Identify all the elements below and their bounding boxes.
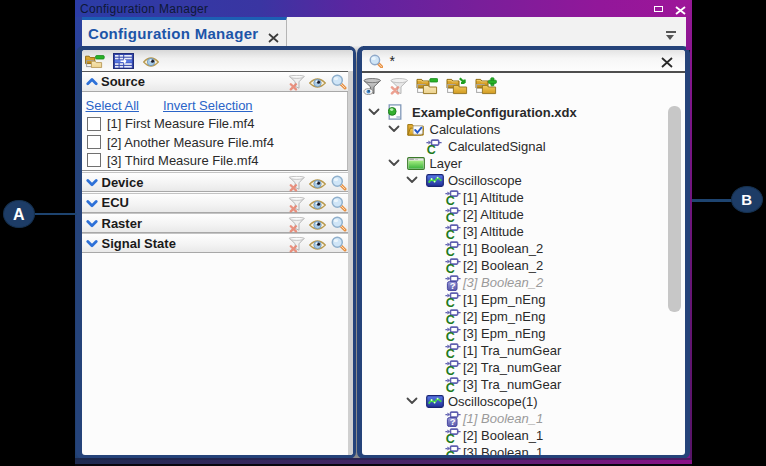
svg-text:C: C [445, 347, 454, 359]
svg-text:C: C [445, 313, 454, 325]
svg-text:C: C [445, 432, 454, 444]
svg-text:C: C [445, 262, 454, 274]
svg-text:C: C [426, 143, 435, 155]
svg-text:C: C [445, 194, 454, 206]
svg-text:?: ? [449, 415, 455, 426]
svg-text:C: C [445, 296, 454, 308]
svg-text:C: C [445, 211, 454, 223]
svg-text:C: C [445, 245, 454, 257]
svg-text:C: C [445, 381, 454, 393]
svg-text:C: C [445, 449, 454, 455]
svg-text:?: ? [449, 279, 455, 290]
svg-text:C: C [445, 228, 454, 240]
svg-text:C: C [445, 330, 454, 342]
svg-text:C: C [445, 364, 454, 376]
